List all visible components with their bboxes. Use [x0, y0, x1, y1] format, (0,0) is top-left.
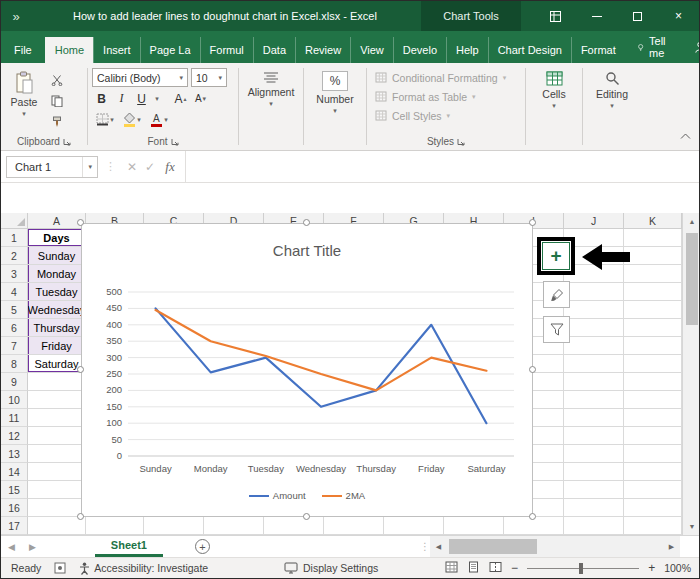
cut-button[interactable]	[47, 70, 66, 89]
cell-E17[interactable]	[264, 517, 324, 535]
cell-K10[interactable]	[624, 391, 682, 409]
confirm-entry-button[interactable]: ✓	[141, 160, 159, 174]
cell-A15[interactable]	[28, 481, 86, 499]
cell-J4[interactable]	[564, 283, 624, 301]
dialog-launcher-icon[interactable]	[171, 138, 179, 146]
chart-plot[interactable]: 050100150200250300350400450500SundayMond…	[82, 270, 534, 486]
page-break-preview-button[interactable]	[489, 561, 502, 575]
cell-A3[interactable]: Monday	[28, 265, 86, 283]
dialog-launcher-icon[interactable]	[457, 138, 465, 146]
italic-button[interactable]: I	[112, 89, 131, 108]
cells-button[interactable]: Cells ▾	[530, 68, 578, 149]
cell-A4[interactable]: Tuesday	[28, 283, 86, 301]
legend-item-2ma[interactable]: 2MA	[322, 490, 366, 501]
cell-K8[interactable]	[624, 355, 682, 373]
number-format-button[interactable]: % Number ▾	[308, 68, 362, 149]
cell-K2[interactable]	[624, 247, 682, 265]
scroll-left-arrow[interactable]: ◀	[430, 536, 447, 557]
chart-handle-mid-left[interactable]	[77, 366, 84, 373]
cell-A1[interactable]: Days	[28, 229, 86, 247]
increase-font-size-button[interactable]: A▴	[171, 89, 190, 108]
cell-A2[interactable]: Sunday	[28, 247, 86, 265]
scroll-up-arrow[interactable]: ▲	[683, 213, 700, 230]
row-header-9[interactable]: 9	[1, 373, 28, 391]
sheet-tab-sheet1[interactable]: Sheet1	[95, 536, 163, 557]
macro-record-button[interactable]	[54, 562, 66, 574]
editing-button[interactable]: Editing ▾	[587, 68, 637, 149]
row-header-1[interactable]: 1	[1, 229, 28, 247]
underline-options-button[interactable]: ▾	[152, 89, 162, 108]
row-header-15[interactable]: 15	[1, 481, 28, 499]
paste-button[interactable]: Paste ▾	[5, 68, 43, 131]
format-painter-button[interactable]	[47, 112, 66, 131]
cell-J6[interactable]	[564, 319, 624, 337]
ribbon-tab-develo[interactable]: Develo	[393, 37, 446, 63]
collapse-ribbon-button[interactable]	[680, 126, 691, 144]
copy-button[interactable]	[47, 91, 66, 110]
cell-A10[interactable]	[28, 391, 86, 409]
insert-function-button[interactable]: fx	[159, 159, 181, 175]
cell-K6[interactable]	[624, 319, 682, 337]
cell-K13[interactable]	[624, 445, 682, 463]
cell-D17[interactable]	[204, 517, 264, 535]
cell-J13[interactable]	[564, 445, 624, 463]
sheet-nav-right[interactable]: ▶	[22, 542, 43, 552]
row-header-5[interactable]: 5	[1, 301, 28, 319]
horizontal-scrollbar-thumb[interactable]	[449, 539, 537, 554]
cell-J17[interactable]	[564, 517, 624, 535]
minimize-button[interactable]	[576, 1, 617, 31]
cell-H17[interactable]	[444, 517, 504, 535]
cell-A7[interactable]: Friday	[28, 337, 86, 355]
ribbon-tab-formul[interactable]: Formul	[200, 37, 253, 63]
col-header-J[interactable]: J	[564, 213, 624, 229]
zoom-out-button[interactable]: −	[511, 561, 518, 575]
row-header-10[interactable]: 10	[1, 391, 28, 409]
cell-A17[interactable]	[28, 517, 86, 535]
close-button[interactable]: ×	[658, 1, 699, 31]
scroll-down-arrow[interactable]: ▼	[683, 518, 700, 535]
cell-K7[interactable]	[624, 337, 682, 355]
ribbon-tab-insert[interactable]: Insert	[93, 37, 140, 63]
accessibility-status[interactable]: Accessibility: Investigate	[79, 562, 208, 575]
ribbon-tab-view[interactable]: View	[350, 37, 393, 63]
conditional-formatting-button[interactable]: Conditional Formatting▾	[371, 68, 521, 87]
font-size-select[interactable]: 10▾	[191, 68, 227, 87]
page-layout-view-button[interactable]	[467, 561, 480, 575]
ribbon-tab-format[interactable]: Format	[571, 37, 625, 63]
select-all-corner[interactable]	[1, 213, 28, 229]
cell-K16[interactable]	[624, 499, 682, 517]
chart-legend[interactable]: Amount2MA	[82, 490, 532, 501]
chart-handle-top-left[interactable]	[77, 219, 84, 226]
chart-handle-bottom-center[interactable]	[303, 513, 310, 520]
row-header-16[interactable]: 16	[1, 499, 28, 517]
scroll-right-arrow[interactable]: ▶	[663, 536, 680, 557]
chart-handle-top-center[interactable]	[303, 219, 310, 226]
chart-elements-button[interactable]: +	[542, 242, 570, 270]
zoom-slider[interactable]	[527, 561, 639, 575]
cell-J8[interactable]	[564, 355, 624, 373]
cell-K5[interactable]	[624, 301, 682, 319]
fill-color-button[interactable]: ▾	[119, 110, 145, 129]
chart-filters-button[interactable]	[543, 316, 570, 343]
cell-J12[interactable]	[564, 427, 624, 445]
maximize-button[interactable]	[617, 1, 658, 31]
row-header-4[interactable]: 4	[1, 283, 28, 301]
chart-handle-bottom-left[interactable]	[77, 513, 84, 520]
ribbon-tab-page-la[interactable]: Page La	[140, 37, 200, 63]
cell-K1[interactable]	[624, 229, 682, 247]
format-as-table-button[interactable]: Format as Table▾	[371, 87, 521, 106]
underline-button[interactable]: U	[132, 89, 151, 108]
row-header-12[interactable]: 12	[1, 427, 28, 445]
cell-K12[interactable]	[624, 427, 682, 445]
font-family-select[interactable]: Calibri (Body)▾	[92, 68, 188, 87]
cell-C17[interactable]	[144, 517, 204, 535]
zoom-in-button[interactable]: +	[648, 561, 655, 575]
cell-A14[interactable]	[28, 463, 86, 481]
ribbon-display-options-button[interactable]	[535, 1, 576, 31]
share-button[interactable]: Share	[682, 31, 700, 63]
dialog-launcher-icon[interactable]	[63, 138, 71, 146]
chart-handle-top-right[interactable]	[529, 219, 536, 226]
ribbon-tab-help[interactable]: Help	[446, 37, 488, 63]
chart-title[interactable]: Chart Title	[82, 242, 532, 259]
tell-me-button[interactable]: Tell me	[625, 31, 683, 63]
